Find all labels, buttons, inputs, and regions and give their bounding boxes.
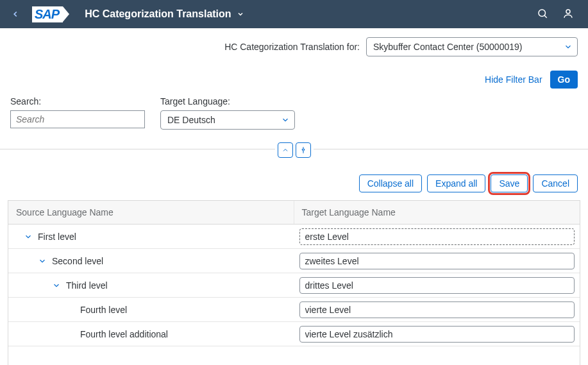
source-label: First level [38,232,76,242]
chevron-down-icon [38,257,47,266]
collapse-all-button[interactable]: Collapse all [359,174,422,192]
go-button[interactable]: Go [550,71,578,89]
target-input[interactable] [299,253,575,269]
context-bar: HC Categorization Translation for: Skybu… [0,28,588,65]
shell-header-left: SAP HC Categorization Translation [8,6,244,22]
chevron-up-icon [281,146,289,154]
context-select-value: Skybuffer Contact Center (50000019) [366,37,578,56]
filter-row: Search: Target Language: DE Deutsch [0,94,588,142]
table-row-empty [8,346,580,365]
tree-node: Fourth level [8,305,294,315]
source-label: Second level [52,256,103,266]
hide-filter-bar-link[interactable]: Hide Filter Bar [485,74,542,85]
target-input[interactable] [299,228,575,245]
tree-node[interactable]: Third level [8,280,294,291]
table-row: Third level [8,273,580,298]
pin-icon [299,146,307,154]
col-header-target: Target Language Name [294,201,580,224]
save-button[interactable]: Save [491,174,528,192]
filter-bar-actions: Hide Filter Bar Go [0,65,588,94]
pin-button[interactable] [296,142,311,158]
table-toolbar: Collapse all Expand all Save Cancel [0,155,588,200]
table-row: First level [8,225,580,249]
target-input[interactable] [299,326,575,343]
search-button[interactable] [537,8,548,21]
source-label: Fourth level additional [80,329,168,339]
chevron-down-icon [24,232,33,241]
expand-all-button[interactable]: Expand all [427,174,485,192]
shell-header-right [537,8,580,21]
language-select-value: DE Deutsch [160,110,295,130]
svg-line-1 [544,15,547,18]
search-icon [537,8,548,19]
user-button[interactable] [562,8,574,21]
svg-point-0 [539,10,546,17]
target-input[interactable] [299,301,575,318]
user-icon [562,8,574,19]
search-label: Search: [10,96,145,106]
shell-header: SAP HC Categorization Translation [0,0,588,28]
chevron-down-icon [52,281,61,290]
back-button[interactable] [8,6,23,22]
sap-logo: SAP [32,6,63,22]
source-label: Third level [66,280,108,291]
app-title[interactable]: HC Categorization Translation [85,8,244,20]
tree-node[interactable]: Second level [8,256,294,266]
translation-table: Source Language Name Target Language Nam… [8,200,580,365]
table-row: Second level [8,249,580,273]
search-filter: Search: [10,96,145,130]
cancel-button[interactable]: Cancel [533,174,578,192]
source-label: Fourth level [80,305,127,315]
language-filter: Target Language: DE Deutsch [160,96,295,130]
table-row: Fourth level additional [8,322,580,346]
filter-divider [0,142,588,155]
divider-buttons [275,142,314,158]
target-input[interactable] [299,277,575,294]
context-label: HC Categorization Translation for: [224,42,360,52]
tree-node: Fourth level additional [8,329,294,339]
svg-point-2 [566,10,570,13]
context-select[interactable]: Skybuffer Contact Center (50000019) [366,37,578,56]
chevron-down-icon [237,10,244,18]
table-header: Source Language Name Target Language Nam… [8,201,580,225]
col-header-source: Source Language Name [8,201,294,224]
collapse-header-button[interactable] [278,142,293,158]
language-select[interactable]: DE Deutsch [160,110,295,130]
search-input[interactable] [10,110,145,128]
table-row: Fourth level [8,298,580,322]
app-title-text: HC Categorization Translation [85,8,231,20]
language-label: Target Language: [160,96,295,106]
tree-node[interactable]: First level [8,232,294,242]
